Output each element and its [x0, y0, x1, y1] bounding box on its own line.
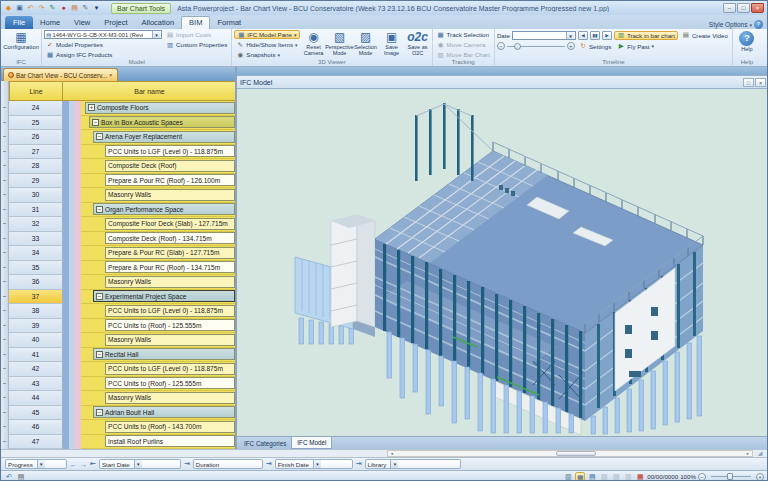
collapse-icon[interactable]: −: [96, 351, 103, 358]
line-number[interactable]: 25: [9, 116, 63, 131]
ifc-pane-header[interactable]: IFC Model □ ×: [237, 75, 768, 89]
jump-right-icon[interactable]: →: [80, 461, 87, 468]
line-number[interactable]: 27: [9, 145, 63, 160]
bar-name-cell[interactable]: Masonry Walls: [105, 276, 235, 288]
bar-name-cell[interactable]: −Adrian Boult Hall: [93, 406, 235, 418]
table-row[interactable]: 40Masonry Walls: [1, 333, 237, 348]
bar-name-cell[interactable]: Composite Deck (Roof): [105, 160, 235, 172]
table-row[interactable]: 44Masonry Walls: [1, 391, 237, 406]
bar-name-cell[interactable]: PCC Units to (Roof) - 125.555m: [105, 377, 235, 389]
line-number[interactable]: 40: [9, 333, 63, 348]
customize-quick-access-icon[interactable]: ▾: [92, 3, 101, 13]
chevron-down-icon[interactable]: ▾: [152, 31, 160, 38]
save-as-o2c-button[interactable]: o2c Save as O2C: [406, 30, 430, 57]
play-button[interactable]: ▶: [602, 31, 612, 40]
chevron-down-icon[interactable]: ▾: [566, 32, 574, 39]
save-icon[interactable]: ▣: [15, 3, 24, 13]
line-number[interactable]: 37: [9, 290, 63, 305]
timeline-slider-thumb[interactable]: [514, 43, 521, 50]
table-row[interactable]: 30Masonry Walls: [1, 188, 237, 203]
horizontal-scrollbar[interactable]: ◂ ▸: [387, 450, 753, 457]
columns-icon[interactable]: ▤: [16, 472, 26, 481]
zoom-in-icon[interactable]: +: [756, 473, 764, 481]
line-number[interactable]: 41: [9, 348, 63, 363]
tab-ifc-categories[interactable]: IFC Categories: [239, 437, 291, 449]
collapse-icon[interactable]: −: [96, 293, 103, 300]
line-number[interactable]: 43: [9, 377, 63, 392]
line-number[interactable]: 24: [9, 101, 63, 116]
configuration-button[interactable]: ▦ Configuration: [3, 30, 39, 51]
table-row[interactable]: 41−Recital Hall: [1, 348, 237, 363]
table-row-selected[interactable]: 37−Experimental Project Space: [1, 290, 237, 305]
chevron-down-icon[interactable]: ▾: [313, 460, 321, 468]
view-mode-chart-icon[interactable]: ▤: [587, 472, 597, 481]
collapse-icon[interactable]: −: [92, 119, 99, 126]
table-row[interactable]: 27PCC Units to LGF (Level 0) - 118.875m: [1, 145, 237, 160]
scroll-left-icon[interactable]: ◂: [388, 451, 396, 456]
line-number[interactable]: 26: [9, 130, 63, 145]
table-row[interactable]: 24+Composite Floors: [1, 101, 237, 116]
track-in-bar-chart-button[interactable]: ▥ Track in bar chart: [614, 31, 678, 40]
bar-name-cell[interactable]: PCC Units to LGF (Level 0) - 118.875m: [105, 363, 235, 375]
pane-close-icon[interactable]: ×: [755, 78, 766, 87]
selection-mode-button[interactable]: ▨ Selection Mode: [354, 30, 378, 57]
line-number[interactable]: 31: [9, 203, 63, 218]
bar-name-cell[interactable]: Masonry Walls: [105, 189, 235, 201]
scrollbar-track[interactable]: [396, 451, 744, 456]
bar-name-cell[interactable]: −Arena Foyer Replacement: [93, 131, 235, 143]
chevron-down-icon[interactable]: ▾: [37, 460, 45, 468]
line-number[interactable]: 39: [9, 319, 63, 334]
bar-name-cell[interactable]: Composite Floor Deck (Slab) - 127.715m: [105, 218, 235, 230]
chevron-down-icon[interactable]: ▾: [390, 460, 398, 468]
bar-name-cell[interactable]: Prepare & Pour RC (Slab) - 127.715m: [105, 247, 235, 259]
tab-bim[interactable]: BIM: [181, 16, 210, 29]
bar-name-cell[interactable]: Install Roof Purlins: [105, 435, 235, 447]
tab-allocation[interactable]: Allocation: [135, 16, 182, 29]
bar-name-cell[interactable]: PCC Units to (Roof) - 125.555m: [105, 319, 235, 331]
tab-file[interactable]: File: [5, 16, 33, 29]
redo-icon[interactable]: ↷: [37, 3, 46, 13]
line-number[interactable]: 36: [9, 275, 63, 290]
date-combo[interactable]: ▾: [512, 31, 576, 40]
expand-icon[interactable]: +: [88, 104, 95, 111]
table-row[interactable]: 45−Adrian Boult Hall: [1, 406, 237, 421]
scroll-right-icon[interactable]: ▸: [744, 451, 752, 456]
ifc-model-pane-button[interactable]: ▦ IFC Model Pane ▾: [234, 30, 299, 39]
close-button[interactable]: ×: [751, 3, 764, 13]
pause-button[interactable]: ▮▮: [590, 31, 600, 40]
line-number[interactable]: 33: [9, 232, 63, 247]
collapse-icon[interactable]: −: [96, 409, 103, 416]
print-icon[interactable]: ▤: [70, 3, 79, 13]
line-column-header[interactable]: Line: [9, 81, 63, 101]
line-number[interactable]: 45: [9, 406, 63, 421]
model-properties-button[interactable]: ✓ Model Properties: [44, 40, 162, 49]
save-image-button[interactable]: ▣ Save Image: [380, 30, 404, 57]
table-row[interactable]: 42PCC Units to LGF (Level 0) - 118.875m: [1, 362, 237, 377]
bar-name-cell[interactable]: Composite Deck (Roof) - 134.715m: [105, 232, 235, 244]
hide-show-items-button[interactable]: ✎ Hide/Show Items ▾: [234, 40, 299, 49]
table-row[interactable]: 46PCC Units to (Roof) - 143.700m: [1, 420, 237, 435]
line-number[interactable]: 30: [9, 188, 63, 203]
bar-name-column-header[interactable]: Bar name: [63, 81, 237, 101]
table-row[interactable]: 32Composite Floor Deck (Slab) - 127.715m: [1, 217, 237, 232]
line-number[interactable]: 38: [9, 304, 63, 319]
table-row[interactable]: 39PCC Units to (Roof) - 125.555m: [1, 319, 237, 334]
move-camera-button[interactable]: ◉ Move Camera: [435, 40, 492, 49]
settings-button[interactable]: ↻ Settings: [577, 42, 613, 51]
model-selector[interactable]: ▤ 1464-WYG-S-CB-XX-M3-001 (Revi ▾: [44, 30, 162, 39]
tab-format[interactable]: Format: [210, 16, 248, 29]
table-row[interactable]: 29Prepare & Pour RC (Roof) - 126.100m: [1, 174, 237, 189]
table-row[interactable]: 25−Box in Box Acoustic Spaces: [1, 116, 237, 131]
help-button[interactable]: ? Help: [735, 30, 759, 52]
maximize-button[interactable]: □: [737, 3, 750, 13]
line-number[interactable]: 44: [9, 391, 63, 406]
zoom-out-icon[interactable]: −: [698, 473, 706, 481]
line-number[interactable]: 28: [9, 159, 63, 174]
view-tab-bar-chart[interactable]: Bar Chart View - BCU Conserv... ×: [3, 68, 118, 81]
import-costs-button[interactable]: ▤ Import Costs: [164, 30, 229, 39]
timeline-zoom-in-icon[interactable]: +: [567, 42, 575, 50]
view-mode-histogram-icon[interactable]: ▦: [635, 472, 645, 481]
table-row[interactable]: 34Prepare & Pour RC (Slab) - 127.715m: [1, 246, 237, 261]
reset-camera-button[interactable]: ◉ Reset Camera: [302, 30, 326, 57]
track-selection-button[interactable]: ▦ Track Selection: [435, 30, 492, 39]
